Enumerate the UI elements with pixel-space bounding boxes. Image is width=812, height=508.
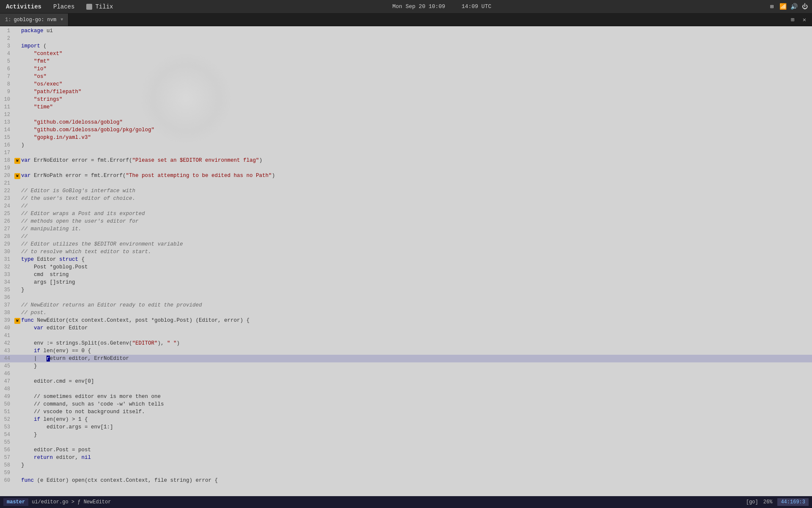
line-code[interactable]: func (e Editor) open(ctx context.Context… <box>21 477 812 484</box>
line-code[interactable]: func NewEditor(ctx context.Context, post… <box>21 317 812 324</box>
line-code[interactable]: // manipulating it. <box>21 225 812 233</box>
line-code[interactable]: "gopkg.in/yaml.v3" <box>21 134 812 141</box>
line-number: 36 <box>0 294 14 301</box>
code-line: 26// methods open the user's editor for <box>0 218 812 225</box>
tab-title: goblog-go: nvm <box>14 17 56 23</box>
line-number: 40 <box>0 324 14 332</box>
line-code[interactable]: package ui <box>21 27 812 35</box>
line-code[interactable]: editor.Post = post <box>21 446 812 454</box>
line-code[interactable]: // methods open the user's editor for <box>21 218 812 225</box>
code-line: 45 } <box>0 362 812 370</box>
code-line: 22// Editor is GoBlog's interface with <box>0 187 812 195</box>
line-code[interactable]: // to resolve which text editor to start… <box>21 248 812 256</box>
line-code[interactable]: "io" <box>21 65 812 73</box>
close-tab-button[interactable]: ✕ <box>800 16 809 24</box>
line-code[interactable]: var ErrNoPath error = fmt.Errorf("The po… <box>21 172 812 179</box>
line-number: 6 <box>0 65 14 73</box>
activities-menu[interactable]: Activities <box>3 2 44 12</box>
line-code[interactable]: "os" <box>21 73 812 80</box>
line-number: 20 <box>0 172 14 179</box>
new-tab-button[interactable]: ⊞ <box>788 16 797 24</box>
line-code[interactable]: } <box>21 461 812 469</box>
power-icon[interactable]: ⏻ <box>801 3 809 11</box>
code-line: 4 "context" <box>0 50 812 58</box>
line-code[interactable]: // sometimes editor env is more then one <box>21 393 812 400</box>
line-code[interactable]: type Editor struct { <box>21 256 812 263</box>
code-line: 50 // command, such as 'code -w' which t… <box>0 400 812 408</box>
line-number: 60 <box>0 477 14 484</box>
code-line: 44 | return editor, ErrNoEditor <box>0 355 812 362</box>
code-line: 23// the user's text editor of choice. <box>0 195 812 202</box>
line-code[interactable]: "fmt" <box>21 58 812 65</box>
line-code[interactable]: // Editor wraps a Post and its exported <box>21 210 812 218</box>
line-number: 38 <box>0 309 14 317</box>
line-code[interactable]: // command, such as 'code -w' which tell… <box>21 400 812 408</box>
line-code[interactable]: "strings" <box>21 96 812 103</box>
line-warning: W <box>14 173 21 179</box>
line-code[interactable]: editor.cmd = env[0] <box>21 378 812 385</box>
editor-area[interactable]: 1package ui23import (4 "context"5 "fmt"6… <box>0 26 812 496</box>
topbar-right-area: ⊞ 📶 🔊 ⏻ <box>768 3 809 11</box>
line-code[interactable]: cmd string <box>21 271 812 279</box>
line-code[interactable]: "path/filepath" <box>21 88 812 96</box>
code-line: 29// Editor utilizes the $EDITOR environ… <box>0 240 812 248</box>
line-number: 18 <box>0 157 14 164</box>
line-code[interactable]: "github.com/ldelossa/goblog" <box>21 119 812 126</box>
audio-icon[interactable]: 🔊 <box>790 3 798 11</box>
code-line: 28// <box>0 233 812 240</box>
code-line: 6 "io" <box>0 65 812 73</box>
line-number: 1 <box>0 27 14 35</box>
window-tile-icon[interactable]: ⊞ <box>768 3 776 11</box>
terminal-tab-1[interactable]: 1: goblog-go: nvm ▼ <box>0 14 69 26</box>
network-icon[interactable]: 📶 <box>779 3 787 11</box>
line-number: 28 <box>0 233 14 240</box>
tab-dropdown-icon[interactable]: ▼ <box>60 17 63 22</box>
line-code[interactable]: if len(env) > 1 { <box>21 416 812 423</box>
line-code[interactable]: "os/exec" <box>21 80 812 88</box>
line-code[interactable]: | return editor, ErrNoEditor <box>21 355 812 362</box>
code-line: 27// manipulating it. <box>0 225 812 233</box>
line-code[interactable]: if len(env) == 0 { <box>21 347 812 355</box>
line-number: 44 <box>0 355 14 362</box>
line-code[interactable]: // the user's text editor of choice. <box>21 195 812 202</box>
line-code[interactable]: } <box>21 286 812 294</box>
line-code[interactable]: } <box>21 431 812 439</box>
line-code[interactable]: "github.com/ldelossa/goblog/pkg/golog" <box>21 126 812 134</box>
line-code[interactable]: env := strings.Split(os.Getenv("EDITOR")… <box>21 340 812 347</box>
code-line: 57 return editor, nil <box>0 454 812 461</box>
line-code[interactable]: // Editor utilizes the $EDITOR environme… <box>21 240 812 248</box>
code-editor[interactable]: 1package ui23import (4 "context"5 "fmt"6… <box>0 26 812 485</box>
line-code[interactable]: Post *goblog.Post <box>21 263 812 271</box>
line-code[interactable]: "context" <box>21 50 812 58</box>
tilix-menu[interactable]: Tilix <box>84 2 115 12</box>
line-code[interactable]: // vscode to not background itself. <box>21 408 812 416</box>
line-code[interactable]: "time" <box>21 103 812 111</box>
line-code[interactable]: // <box>21 233 812 240</box>
line-number: 7 <box>0 73 14 80</box>
line-number: 50 <box>0 400 14 408</box>
code-line: 32 Post *goblog.Post <box>0 263 812 271</box>
line-number: 47 <box>0 378 14 385</box>
line-code[interactable]: // post. <box>21 309 812 317</box>
status-right-area: [go] 26% 44:169:3 <box>746 498 809 506</box>
line-code[interactable]: var editor Editor <box>21 324 812 332</box>
line-code[interactable]: ) <box>21 141 812 149</box>
line-code[interactable]: } <box>21 362 812 370</box>
line-code[interactable]: return editor, nil <box>21 454 812 461</box>
line-number: 32 <box>0 263 14 271</box>
warning-icon: W <box>14 158 20 164</box>
line-code[interactable]: // Editor is GoBlog's interface with <box>21 187 812 195</box>
line-number: 22 <box>0 187 14 195</box>
line-code[interactable]: // NewEditor returns an Editor ready to … <box>21 301 812 309</box>
line-code[interactable]: // <box>21 202 812 210</box>
line-number: 57 <box>0 454 14 461</box>
line-number: 17 <box>0 149 14 157</box>
line-code[interactable]: args []string <box>21 279 812 286</box>
statusbar: master ui/editor.go > ƒ NewEditor [go] 2… <box>0 496 812 508</box>
code-line: 5 "fmt" <box>0 58 812 65</box>
line-code[interactable]: var ErrNoEditor error = fmt.Errorf("Plea… <box>21 157 812 164</box>
line-code[interactable]: import ( <box>21 42 812 50</box>
line-number: 21 <box>0 179 14 187</box>
line-code[interactable]: editor.args = env[1:] <box>21 423 812 431</box>
places-menu[interactable]: Places <box>51 2 77 12</box>
